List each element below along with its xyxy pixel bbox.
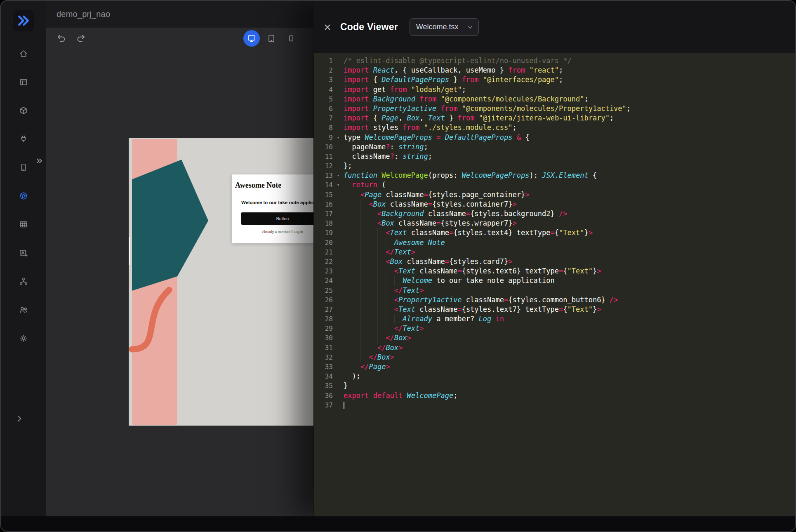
sidebar-item-mobile-preview[interactable] xyxy=(14,158,33,177)
sidebar-item-form-input[interactable] xyxy=(14,244,33,262)
code-line[interactable]: 25 </Text> xyxy=(314,286,795,295)
line-number: 9 xyxy=(314,133,333,142)
fold-toggle-icon[interactable]: ▾ xyxy=(333,171,344,180)
code-line[interactable]: 23 <Text className={styles.text6} textTy… xyxy=(314,266,795,276)
chevron-down-icon xyxy=(467,24,473,31)
sidebar-item-database[interactable] xyxy=(14,215,33,233)
preview-scrollbar-thumb[interactable] xyxy=(129,237,130,265)
double-chevron-logo-icon xyxy=(16,14,31,28)
line-number: 2 xyxy=(314,66,333,75)
sidebar-item-api[interactable] xyxy=(14,130,33,148)
code-editor[interactable]: 1/* eslint-disable @typescript-eslint/no… xyxy=(314,53,795,516)
code-line[interactable]: 32 </Box> xyxy=(314,353,795,362)
home-icon xyxy=(19,49,28,58)
fold-toggle-icon[interactable]: ▾ xyxy=(333,133,344,142)
line-number: 8 xyxy=(314,123,333,132)
fold-gutter xyxy=(333,85,344,94)
code-line[interactable]: 27 <Text className={styles.text7} textTy… xyxy=(314,305,795,314)
line-number: 11 xyxy=(314,152,333,161)
code-line[interactable]: 1/* eslint-disable @typescript-eslint/no… xyxy=(314,56,795,66)
code-text: ); xyxy=(344,372,795,381)
line-number: 25 xyxy=(314,286,333,295)
code-text: </Text> xyxy=(344,247,795,257)
code-line[interactable]: 10 pageName?: string; xyxy=(314,142,795,152)
code-text: }; xyxy=(344,161,795,171)
code-text: <Property1active className={styles.commo… xyxy=(344,295,795,305)
code-text: type WelcomePageProps = DefaultPageProps… xyxy=(344,133,795,142)
sidebar-item-components[interactable] xyxy=(14,101,33,120)
cube-icon xyxy=(19,106,28,115)
code-line[interactable]: 30 </Box> xyxy=(314,333,795,343)
file-select-dropdown[interactable]: Welcome.tsx xyxy=(410,18,479,36)
code-line[interactable]: 21 </Text> xyxy=(314,247,795,257)
code-line[interactable]: 19 <Text className={styles.text4} textTy… xyxy=(314,228,795,238)
line-number: 4 xyxy=(314,85,333,94)
code-line[interactable]: 9▾type WelcomePageProps = DefaultPagePro… xyxy=(314,133,795,142)
code-line[interactable]: 35} xyxy=(314,381,795,391)
code-line[interactable]: 31 </Box> xyxy=(314,343,795,353)
code-line[interactable]: 26 <Property1active className={styles.co… xyxy=(314,295,795,305)
sidebar-expand-button[interactable] xyxy=(14,413,25,424)
code-line[interactable]: 17 <Background className={styles.backgro… xyxy=(314,209,795,219)
line-number: 26 xyxy=(314,295,333,305)
code-text: function WelcomePage(props: WelcomePageP… xyxy=(344,171,795,180)
code-line[interactable]: 33 </Page> xyxy=(314,362,795,372)
code-line[interactable]: 15 <Page className={styles.page_containe… xyxy=(314,190,795,200)
code-line[interactable]: 4import get from "lodash/get"; xyxy=(314,85,795,94)
device-mobile-button[interactable] xyxy=(283,30,299,47)
close-button[interactable] xyxy=(321,21,334,33)
code-line[interactable]: 16 <Box className={styles.container7}> xyxy=(314,200,795,209)
code-line[interactable]: 7import { Page, Box, Text } from "@jiter… xyxy=(314,113,795,123)
fold-gutter xyxy=(333,400,344,410)
code-line[interactable]: 13▾function WelcomePage(props: WelcomePa… xyxy=(314,171,795,180)
code-line[interactable]: 18 <Box className={styles.wrapper7}> xyxy=(314,219,795,228)
code-line[interactable]: 11 className?: string; xyxy=(314,152,795,161)
code-line[interactable]: 37 xyxy=(314,400,795,410)
code-line[interactable]: 2import React, { useCallback, useMemo } … xyxy=(314,66,795,75)
code-line[interactable]: 14▾ return ( xyxy=(314,180,795,190)
desktop-icon xyxy=(247,34,256,43)
sidebar-item-home[interactable] xyxy=(14,45,33,63)
preview-button[interactable]: Button xyxy=(241,212,324,225)
code-line[interactable]: 36export default WelcomePage; xyxy=(314,391,795,400)
device-desktop-button[interactable] xyxy=(243,30,260,47)
code-line[interactable]: 24 Welcome to our take note application xyxy=(314,276,795,285)
undo-button[interactable] xyxy=(56,33,67,45)
code-line[interactable]: 20 Awesome Note xyxy=(314,238,795,247)
code-text xyxy=(344,400,795,410)
code-line[interactable]: 3import { DefaultPageProps } from "@inte… xyxy=(314,75,795,85)
line-number: 13 xyxy=(314,171,333,180)
code-line[interactable]: 28 Already a member? Log in xyxy=(314,314,795,324)
code-text: </Text> xyxy=(344,286,795,295)
fold-gutter xyxy=(333,266,344,276)
app-logo[interactable] xyxy=(13,10,34,31)
sidebar-item-members[interactable] xyxy=(14,301,33,319)
sidebar-item-pages[interactable] xyxy=(14,73,33,91)
fold-gutter xyxy=(333,190,344,200)
line-number: 5 xyxy=(314,94,333,104)
sidebar-item-browser-preview[interactable] xyxy=(14,187,33,205)
sidebar-item-workflow[interactable] xyxy=(14,272,33,290)
code-text: className?: string; xyxy=(344,152,795,161)
fold-toggle-icon[interactable]: ▾ xyxy=(333,180,344,190)
code-line[interactable]: 12}; xyxy=(314,161,795,171)
code-lines: 1/* eslint-disable @typescript-eslint/no… xyxy=(314,56,795,410)
sidebar-collapse-handle[interactable] xyxy=(35,157,44,166)
code-text: <Text className={styles.text6} textType=… xyxy=(344,266,795,276)
line-number: 15 xyxy=(314,190,333,200)
code-line[interactable]: 29 </Text> xyxy=(314,324,795,333)
code-line[interactable]: 6import Property1active from "@component… xyxy=(314,104,795,113)
bottom-bar xyxy=(1,516,795,531)
fold-gutter xyxy=(333,209,344,219)
redo-button[interactable] xyxy=(75,33,87,45)
code-line[interactable]: 8import styles from "./styles.module.css… xyxy=(314,123,795,132)
device-tablet-button[interactable] xyxy=(263,30,280,47)
code-line[interactable]: 22 <Box className={styles.card7}> xyxy=(314,257,795,266)
code-line[interactable]: 5import Background from "@components/mol… xyxy=(314,94,795,104)
code-text: <Background className={styles.background… xyxy=(344,209,795,219)
sidebar-item-settings[interactable] xyxy=(14,329,33,347)
double-chevron-right-icon xyxy=(35,157,44,165)
preview-page-title: Awesome Note xyxy=(235,181,281,190)
code-line[interactable]: 34 ); xyxy=(314,372,795,381)
code-text: Welcome to our take note application xyxy=(344,276,795,285)
